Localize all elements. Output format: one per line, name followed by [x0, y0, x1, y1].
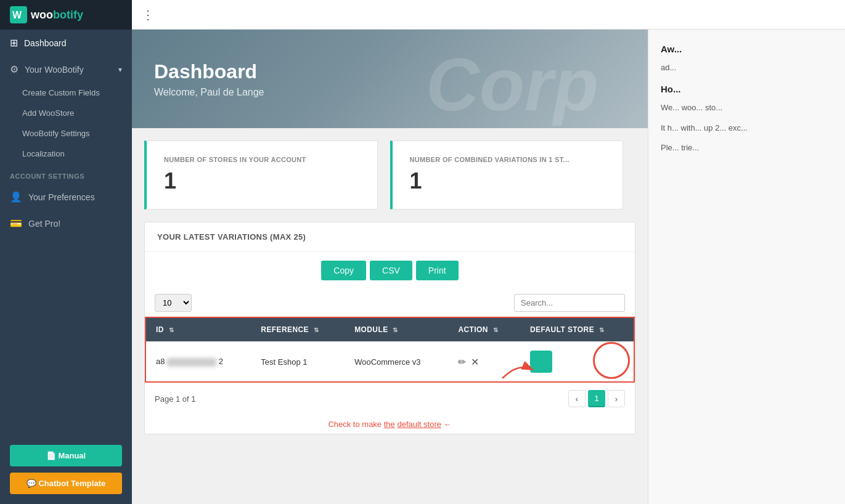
menu-dots-icon[interactable]: ⋮: [142, 7, 154, 22]
table-header-row: ID ⇅ REFERENCE ⇅ MODULE ⇅: [145, 317, 634, 342]
table-toolbar: Copy CSV Print: [145, 252, 635, 289]
data-table: ID ⇅ REFERENCE ⇅ MODULE ⇅: [145, 317, 635, 383]
stat-stores-label: NUMBER OF STORES IN YOUR ACCOUNT: [164, 156, 360, 163]
per-page-select[interactable]: 10 25 50 100: [155, 294, 192, 312]
svg-text:W: W: [12, 10, 22, 20]
col-header-module[interactable]: MODULE ⇅: [345, 317, 448, 342]
account-settings-label: ACCOUNT SETTINGS: [0, 164, 132, 184]
content-main: Dashboard Welcome, Paul de Lange NUMBER …: [132, 30, 648, 504]
sidebar-item-woobotify-settings[interactable]: WooBotify Settings: [0, 123, 132, 144]
chevron-down-icon: ▾: [118, 65, 122, 74]
prev-page-button[interactable]: ‹: [568, 390, 586, 407]
annotation-container: [530, 351, 624, 373]
sort-icon-module: ⇅: [393, 327, 398, 333]
sidebar-item-getpro-label: Get Pro!: [28, 219, 60, 229]
stat-variations-label: NUMBER OF COMBINED VARIATIONS IN 1 ST...: [410, 156, 606, 163]
main-content: ⋮ Dashboard Welcome, Paul de Lange NUMBE…: [132, 0, 845, 504]
sidebar-item-create-custom-fields[interactable]: Create Custom Fields: [0, 83, 132, 103]
stat-card-variations: NUMBER OF COMBINED VARIATIONS IN 1 ST...…: [390, 140, 624, 209]
sort-icon-action: ⇅: [493, 327, 498, 333]
sidebar-item-your-preferences[interactable]: 👤 Your Preferences: [0, 184, 132, 210]
col-header-action[interactable]: ACTION ⇅: [448, 317, 520, 342]
right-panel-section2-title: Ho...: [661, 82, 833, 97]
credit-card-icon: 💳: [10, 217, 22, 229]
next-page-button[interactable]: ›: [608, 390, 625, 407]
manual-button[interactable]: 📄 Manual: [10, 445, 122, 466]
logo-text: woobotify: [31, 9, 83, 22]
sidebar: W woobotify ⊞ Dashboard ⚙ Your WooBotify…: [0, 0, 132, 504]
right-panel-section1-title: Aw...: [661, 42, 833, 57]
delete-icon[interactable]: ✕: [471, 356, 479, 368]
table-footer: Page 1 of 1 ‹ 1 ›: [145, 383, 635, 415]
col-header-reference[interactable]: REFERENCE ⇅: [251, 317, 345, 342]
print-button[interactable]: Print: [416, 261, 459, 280]
right-panel-para2: It h... with... up 2... exc...: [661, 122, 833, 135]
action-icons: ✏ ✕: [458, 356, 510, 368]
cell-module: WooCommerce v3: [345, 342, 448, 383]
topbar: ⋮: [132, 0, 845, 30]
page-1-button[interactable]: 1: [588, 390, 605, 407]
red-circle-annotation: [593, 342, 630, 379]
table-row: a8 2 Test Eshop 1 WooCommerce v3 ✏ ✕: [145, 342, 634, 383]
col-header-id[interactable]: ID ⇅: [145, 317, 251, 342]
sidebar-item-your-woobotify[interactable]: ⚙ Your WooBotify ▾: [0, 56, 132, 83]
sidebar-logo: W woobotify: [0, 0, 132, 30]
copy-button[interactable]: Copy: [321, 261, 366, 280]
sidebar-item-preferences-label: Your Preferences: [28, 192, 95, 202]
sidebar-item-woobotify-label: Your WooBotify: [25, 65, 84, 75]
table-section: YOUR LATEST VARIATIONS (MAX 25) Copy CSV…: [144, 222, 635, 434]
cell-reference: Test Eshop 1: [251, 342, 345, 383]
col-header-default-store[interactable]: DEFAULT STORE ⇅: [520, 317, 634, 342]
stat-stores-value: 1: [164, 168, 360, 194]
right-panel-para1: We... woo... sto...: [661, 102, 833, 115]
sort-icon-id: ⇅: [169, 327, 174, 333]
stat-variations-value: 1: [410, 168, 606, 194]
stat-card-stores: NUMBER OF STORES IN YOUR ACCOUNT 1: [144, 140, 378, 209]
chatbot-template-button[interactable]: 💬 Chatbot Template: [10, 473, 122, 494]
hero-title: Dashboard: [154, 60, 626, 83]
default-store-toggle[interactable]: [530, 351, 552, 373]
sort-icon-reference: ⇅: [314, 327, 319, 333]
stats-row: NUMBER OF STORES IN YOUR ACCOUNT 1 NUMBE…: [132, 128, 648, 209]
sort-icon-default-store: ⇅: [599, 327, 604, 333]
csv-button[interactable]: CSV: [370, 261, 412, 280]
sidebar-item-dashboard[interactable]: ⊞ Dashboard: [0, 30, 132, 56]
woobotify-logo-icon: W: [10, 6, 27, 23]
sidebar-item-add-woostore[interactable]: Add WooStore: [0, 103, 132, 123]
woobotify-icon: ⚙: [10, 63, 18, 75]
content-area: Dashboard Welcome, Paul de Lange NUMBER …: [132, 30, 845, 504]
right-panel-section1-text: ad...: [661, 62, 833, 75]
hero-subtitle: Welcome, Paul de Lange: [154, 87, 626, 98]
sidebar-buttons: 📄 Manual 💬 Chatbot Template: [0, 435, 132, 504]
table-controls: 10 25 50 100: [145, 289, 635, 317]
sidebar-item-localization[interactable]: Localization: [0, 144, 132, 164]
check-note: Check to make the default store ←: [145, 415, 635, 434]
cell-default-store: [520, 342, 634, 383]
search-input[interactable]: [514, 294, 625, 312]
table-section-header: YOUR LATEST VARIATIONS (MAX 25): [145, 222, 635, 252]
user-icon: 👤: [10, 191, 22, 203]
sidebar-item-dashboard-label: Dashboard: [24, 38, 67, 48]
sidebar-item-get-pro[interactable]: 💳 Get Pro!: [0, 210, 132, 237]
edit-icon[interactable]: ✏: [458, 356, 466, 368]
cell-action: ✏ ✕: [448, 342, 520, 383]
hero-banner: Dashboard Welcome, Paul de Lange: [132, 30, 648, 128]
right-panel-para3: Ple... trie...: [661, 142, 833, 155]
pagination: ‹ 1 ›: [568, 390, 625, 407]
dashboard-icon: ⊞: [10, 37, 18, 49]
blurred-id: [167, 358, 216, 367]
right-panel: Aw... ad... Ho... We... woo... sto... It…: [648, 30, 845, 504]
cell-id: a8 2: [145, 342, 251, 383]
page-info: Page 1 of 1: [155, 394, 196, 404]
